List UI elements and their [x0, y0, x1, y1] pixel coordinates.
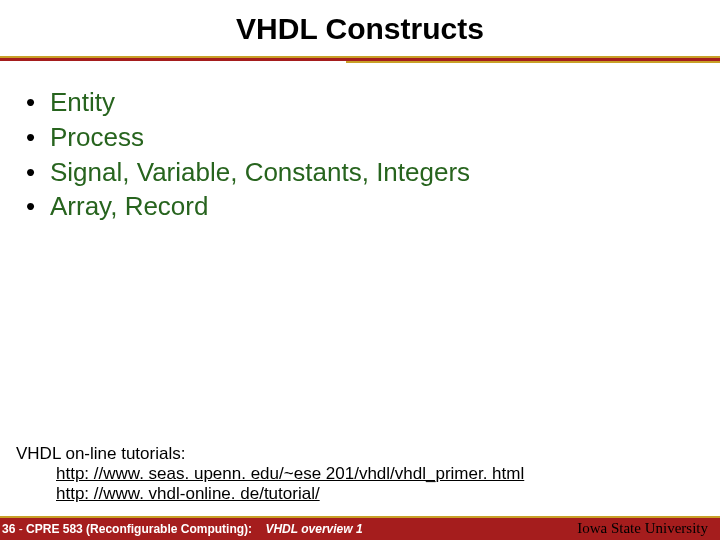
footer-left: 36 - CPRE 583 (Reconfigurable Computing)… [2, 522, 363, 536]
list-item: Entity [22, 85, 720, 120]
course-name: CPRE 583 (Reconfigurable Computing): [26, 522, 252, 536]
tutorials-heading: VHDL on-line tutorials: [16, 444, 704, 464]
tutorial-link[interactable]: http: //www. seas. upenn. edu/~ese 201/v… [56, 464, 524, 483]
page-number: 36 [2, 522, 15, 536]
tutorials-block: VHDL on-line tutorials: http: //www. sea… [16, 444, 704, 504]
bullet-list: Entity Process Signal, Variable, Constan… [22, 85, 720, 224]
list-item: Array, Record [22, 189, 720, 224]
title-rule [0, 56, 720, 63]
slide-body: Entity Process Signal, Variable, Constan… [0, 63, 720, 224]
institution-name: Iowa State University [577, 520, 718, 537]
list-item: Signal, Variable, Constants, Integers [22, 155, 720, 190]
list-item: Process [22, 120, 720, 155]
tutorial-link[interactable]: http: //www. vhdl-online. de/tutorial/ [56, 484, 320, 503]
slide-title: VHDL Constructs [0, 0, 720, 56]
footer-bar: 36 - CPRE 583 (Reconfigurable Computing)… [0, 518, 720, 540]
slide-subtitle: VHDL overview 1 [265, 522, 362, 536]
